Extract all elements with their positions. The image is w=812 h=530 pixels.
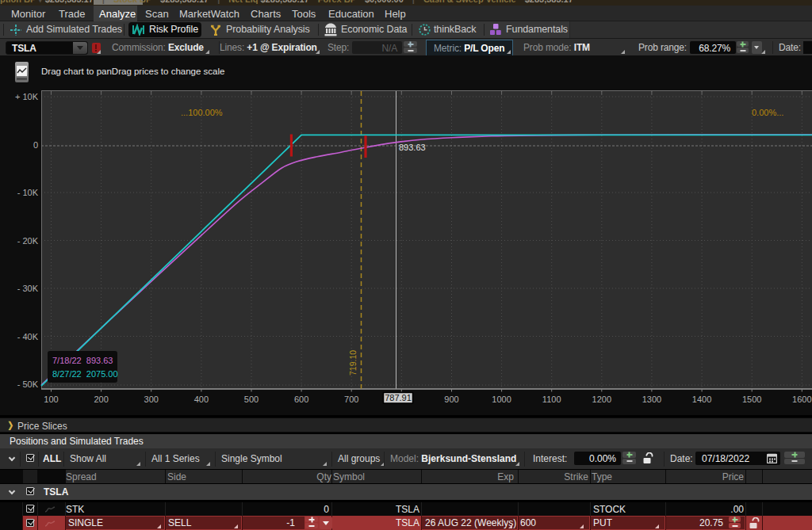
svg-text:8/27/22 2075.00: 8/27/22 2075.00 (52, 369, 118, 379)
svg-text:1200: 1200 (592, 395, 611, 404)
svg-text:1500: 1500 (742, 395, 761, 404)
svg-text:700: 700 (344, 395, 358, 404)
svg-text:0.00%...: 0.00%... (752, 108, 783, 117)
svg-text:1000: 1000 (492, 395, 511, 404)
svg-text:787.91: 787.91 (385, 393, 412, 402)
svg-text:400: 400 (194, 395, 209, 404)
svg-text:7/18/22 893.63: 7/18/22 893.63 (52, 356, 113, 365)
svg-text:893.63: 893.63 (399, 143, 426, 152)
svg-text:1100: 1100 (542, 395, 561, 404)
svg-text:1600: 1600 (792, 395, 811, 404)
svg-text:300: 300 (144, 395, 159, 404)
svg-text:200: 200 (94, 395, 108, 404)
svg-text:719.10: 719.10 (348, 350, 358, 376)
svg-text:...100.00%: ...100.00% (181, 108, 223, 117)
svg-text:- 10K: - 10K (17, 188, 39, 197)
svg-text:- 20K: - 20K (17, 236, 39, 246)
svg-text:1300: 1300 (642, 395, 661, 404)
svg-text:600: 600 (294, 395, 308, 404)
svg-text:1400: 1400 (692, 395, 711, 404)
svg-text:+ 10K: + 10K (15, 92, 39, 101)
svg-text:- 50K: - 50K (17, 379, 39, 389)
svg-text:- 40K: - 40K (17, 332, 39, 341)
svg-text:0: 0 (33, 140, 38, 150)
svg-text:- 30K: - 30K (17, 284, 39, 293)
svg-text:100: 100 (44, 395, 58, 404)
svg-text:500: 500 (244, 395, 259, 404)
svg-text:900: 900 (444, 395, 458, 404)
